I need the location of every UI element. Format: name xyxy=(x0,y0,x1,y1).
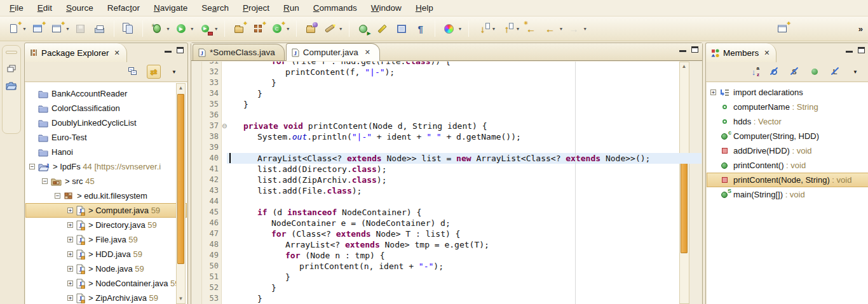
close-view-icon[interactable]: ✕ xyxy=(114,49,120,57)
minimize-icon[interactable] xyxy=(679,46,686,52)
run-button-dropdown[interactable]: ▼ xyxy=(190,27,194,31)
tree-expander-icon[interactable]: − xyxy=(55,193,60,199)
new-java-project-button[interactable]: ✦ xyxy=(231,21,247,36)
fold-collapse-icon[interactable]: ⊖ xyxy=(222,121,227,131)
print-button[interactable] xyxy=(92,21,107,36)
editor-tab-computer-java[interactable]: JComputer.java✕ xyxy=(286,43,380,61)
forward-button[interactable]: → xyxy=(566,21,581,36)
restore-view-icon[interactable] xyxy=(7,65,16,72)
tree-expander-icon[interactable]: + xyxy=(67,208,73,213)
scroll-down-icon[interactable]: ▼ xyxy=(177,294,185,303)
toolbar-overflow-chevron[interactable]: » xyxy=(858,24,862,34)
tree-item-hdd-java[interactable]: +J> HDD.java 59 xyxy=(25,247,187,261)
color-wheel-button-dropdown[interactable]: ▼ xyxy=(458,27,463,31)
color-wheel-button[interactable] xyxy=(442,21,457,36)
member-item-import-declarations[interactable]: +import declarations xyxy=(707,85,868,100)
previous-annotation-button-dropdown[interactable]: ▼ xyxy=(515,27,520,31)
sort-button[interactable]: ↓az xyxy=(747,65,761,79)
next-annotation-button-dropdown[interactable]: ▼ xyxy=(492,27,496,31)
tree-item-node-java[interactable]: +J> Node.java 59 xyxy=(25,261,187,276)
view-menu-button[interactable]: ▼ xyxy=(167,65,181,79)
highlight-button[interactable] xyxy=(375,21,390,36)
code-area[interactable]: for (File f : hdd.get(File.class)) {prin… xyxy=(227,62,702,304)
external-tools-button-dropdown[interactable]: ▼ xyxy=(214,27,219,31)
minimize-icon[interactable] xyxy=(165,47,172,53)
hide-static-button[interactable]: S xyxy=(787,65,801,79)
tree-expander-icon[interactable]: + xyxy=(67,237,73,242)
members-tab[interactable]: Members ✕ xyxy=(706,43,776,62)
open-type-button[interactable] xyxy=(303,21,318,36)
new-wizard-button-dropdown[interactable]: ▼ xyxy=(22,27,27,31)
last-edit-location-button[interactable]: ←✳ xyxy=(523,21,538,36)
member-item-adddrive-hdd-[interactable]: addDrive(HDD) : void xyxy=(707,143,868,158)
search-button-dropdown[interactable]: ▼ xyxy=(339,27,343,31)
member-item-computername[interactable]: computerName : String xyxy=(707,100,868,114)
new-class-button-dropdown[interactable]: ▼ xyxy=(286,27,290,31)
back-button[interactable]: ← xyxy=(542,21,557,36)
member-item-main-string-[interactable]: Smain(String[]) : void xyxy=(707,187,868,202)
tree-expander-icon[interactable]: + xyxy=(67,222,73,228)
menu-refactor[interactable]: Refactor xyxy=(100,1,147,15)
close-view-icon[interactable]: ✕ xyxy=(764,49,770,57)
tree-item-doublylinkedcycliclist[interactable]: DoublyLinkedCyclicList xyxy=(25,116,187,130)
menu-help[interactable]: Help xyxy=(409,1,440,15)
debug-button-dropdown[interactable]: ▼ xyxy=(166,27,170,31)
menu-window[interactable]: Window xyxy=(364,1,409,15)
tree-item-euro-test[interactable]: Euro-Test xyxy=(25,130,187,145)
tree-expander-icon[interactable]: − xyxy=(29,164,35,169)
link-with-editor-button[interactable]: ⇄ xyxy=(147,65,161,79)
new-package-button[interactable]: ✦ xyxy=(250,21,266,36)
new-class-button[interactable]: C✦ xyxy=(269,21,285,36)
debug-button[interactable] xyxy=(149,21,165,36)
tree-item-file-java[interactable]: +J> File.java 59 xyxy=(25,232,187,247)
maximize-icon[interactable] xyxy=(177,47,184,53)
menu-commands[interactable]: Commands xyxy=(306,1,364,15)
tree-item-computer-java[interactable]: +J> Computer.java 59 xyxy=(25,203,187,218)
new-view-window-button[interactable]: ✦ xyxy=(775,21,790,36)
minimize-icon[interactable] xyxy=(846,47,853,53)
tree-item-src[interactable]: −> src 45 xyxy=(25,174,187,188)
tree-expander-icon[interactable]: − xyxy=(42,178,48,184)
tree-expander-icon[interactable]: + xyxy=(67,266,73,272)
menu-edit[interactable]: Edit xyxy=(31,1,59,15)
show-view-button[interactable] xyxy=(394,21,409,36)
tree-item-edu-kit-filesystem[interactable]: −> edu.kit.filesystem xyxy=(25,188,187,203)
menu-search[interactable]: Search xyxy=(194,1,236,15)
member-item-printcontent-node-string-[interactable]: printContent(Node, String) : void xyxy=(707,173,868,187)
java-browsing-icon[interactable] xyxy=(6,81,17,90)
view-menu-button[interactable]: ▼ xyxy=(848,65,862,79)
tree-item-bankaccountreader[interactable]: BankAccountReader xyxy=(25,86,187,101)
run-button[interactable]: ▶ xyxy=(173,21,189,36)
menu-file[interactable]: File xyxy=(3,1,31,15)
maximize-icon[interactable] xyxy=(858,47,865,53)
forward-button-dropdown[interactable]: ▼ xyxy=(583,27,587,31)
tree-item-nodecontainer-java[interactable]: +J> NodeContainer.java 59 xyxy=(25,276,187,291)
package-explorer-scrollbar[interactable]: ▲ ▼ xyxy=(176,83,186,304)
show-whitespace-button[interactable]: ¶ xyxy=(413,21,428,36)
tree-expander-icon[interactable]: + xyxy=(67,251,73,257)
run-history-button[interactable]: ▶ xyxy=(356,21,371,36)
tree-item-ziparchiv-java[interactable]: +J> ZipArchiv.java 59 xyxy=(25,291,187,304)
next-annotation-button[interactable]: ↓ xyxy=(475,21,491,36)
hide-fields-button[interactable] xyxy=(767,65,781,79)
new-view-button[interactable]: ✦ xyxy=(49,21,64,36)
scroll-up-icon[interactable]: ▲ xyxy=(177,84,185,93)
close-tab-icon[interactable]: ✕ xyxy=(365,48,370,56)
search-button[interactable] xyxy=(322,21,337,36)
scrollbar-thumb[interactable] xyxy=(177,94,184,264)
tree-expander-icon[interactable]: + xyxy=(67,295,73,301)
previous-annotation-button[interactable]: ↑ xyxy=(499,21,514,36)
menu-source[interactable]: Source xyxy=(59,1,100,15)
tree-item-directory-java[interactable]: +J> Directory.java 59 xyxy=(25,218,187,232)
new-window-button[interactable]: ✦ xyxy=(30,21,45,36)
menu-navigate[interactable]: Navigate xyxy=(147,1,194,15)
editor-tab--someclass-java[interactable]: J*SomeClass.java xyxy=(193,44,285,60)
menu-run[interactable]: Run xyxy=(276,1,306,15)
tree-expander-icon[interactable]: + xyxy=(67,281,73,286)
new-wizard-button[interactable]: ✦ xyxy=(6,21,21,36)
new-view-button-dropdown[interactable]: ▼ xyxy=(65,27,70,31)
open-element-button[interactable] xyxy=(121,21,136,36)
member-expander-icon[interactable]: + xyxy=(710,89,716,95)
back-button-dropdown[interactable]: ▼ xyxy=(559,27,563,31)
maximize-icon[interactable] xyxy=(691,46,698,53)
